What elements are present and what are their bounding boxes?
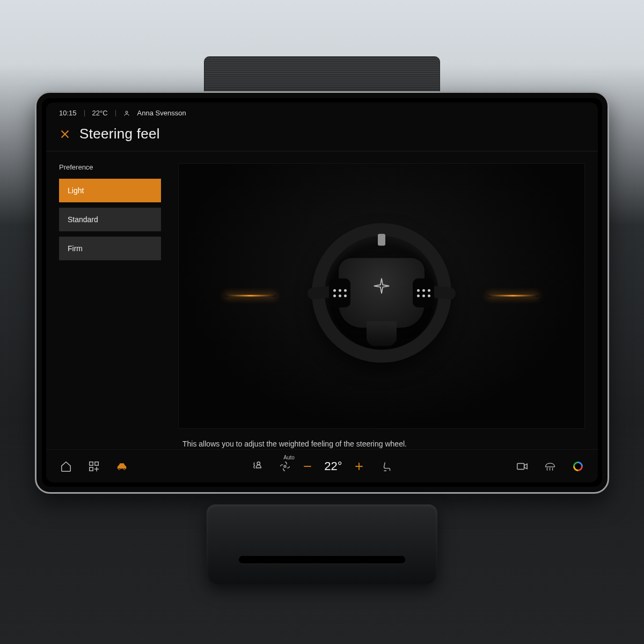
svg-rect-1: [90, 462, 93, 465]
assistant-icon[interactable]: [572, 460, 584, 472]
temp-increase-button[interactable]: [353, 460, 365, 472]
close-icon[interactable]: [59, 128, 71, 140]
indicator-glow-right: [487, 295, 538, 297]
svg-point-5: [123, 468, 125, 470]
option-firm[interactable]: Firm: [59, 237, 161, 260]
driver-seat-climate-icon[interactable]: [251, 460, 263, 472]
climate-controls: Auto 22°: [279, 459, 364, 473]
passenger-seat-climate-icon[interactable]: [381, 460, 393, 472]
wheel-button-pod-right: [413, 279, 434, 308]
outside-temp: 22°C: [92, 109, 108, 117]
user-name: Anna Svensson: [137, 109, 186, 117]
svg-point-6: [257, 462, 260, 465]
title-bar: Steering feel: [46, 119, 598, 151]
climate-mode-label: Auto: [283, 455, 295, 460]
svg-point-7: [284, 465, 287, 467]
content-body: Preference Light Standard Firm: [46, 151, 598, 449]
dashboard-cd-slot: [239, 556, 405, 564]
status-bar: 10:15 22°C Anna Svensson: [46, 103, 598, 119]
bottom-nav-bar: Auto 22°: [46, 449, 598, 482]
page-title: Steering feel: [79, 126, 160, 142]
preference-options: Light Standard Firm: [59, 179, 161, 260]
polestar-logo-icon: [372, 277, 391, 295]
status-divider: [115, 110, 116, 116]
clock: 10:15: [59, 109, 77, 117]
svg-rect-3: [90, 467, 93, 470]
steering-wheel-stage: [178, 163, 585, 429]
dashboard-speaker-grille: [204, 56, 440, 94]
svg-point-4: [119, 468, 120, 470]
svg-point-0: [126, 111, 128, 113]
svg-rect-8: [517, 463, 524, 469]
user-icon: [123, 110, 130, 116]
climate-temp-display: 22°: [324, 459, 342, 473]
option-light[interactable]: Light: [59, 179, 161, 202]
car-settings-icon[interactable]: [116, 460, 128, 472]
camera-icon[interactable]: [516, 460, 528, 472]
status-divider: [84, 110, 85, 116]
defrost-icon[interactable]: [544, 460, 556, 472]
setting-description: This allows you to adjust the weighted f…: [178, 429, 425, 449]
home-icon[interactable]: [60, 460, 72, 472]
indicator-glow-left: [225, 295, 276, 297]
section-label: Preference: [59, 163, 175, 171]
wheel-hub: [339, 258, 425, 328]
fan-icon[interactable]: [279, 460, 291, 472]
preview-panel: This allows you to adjust the weighted f…: [178, 163, 585, 449]
temp-decrease-button[interactable]: [302, 460, 313, 472]
option-standard[interactable]: Standard: [59, 208, 161, 231]
screen: 10:15 22°C Anna Svensson Steering feel P…: [46, 103, 598, 482]
wheel-button-pod-left: [329, 279, 350, 308]
steering-wheel-graphic: [312, 223, 451, 363]
svg-rect-2: [95, 462, 98, 465]
apps-icon[interactable]: [88, 460, 100, 472]
dashboard-tray: [207, 504, 437, 585]
wheel-top-marker: [378, 234, 385, 246]
preferences-panel: Preference Light Standard Firm: [46, 151, 175, 449]
infotainment-tablet: 10:15 22°C Anna Svensson Steering feel P…: [35, 91, 609, 494]
